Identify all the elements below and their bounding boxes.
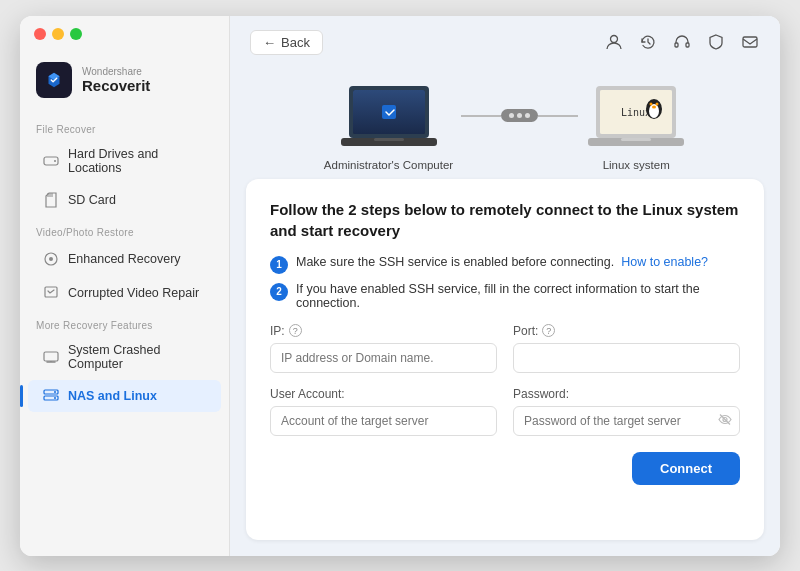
app-title: Wondershare Recoverit [82, 66, 150, 94]
enhanced-icon [42, 250, 60, 268]
svg-point-13 [54, 391, 56, 393]
app-icon [36, 62, 72, 98]
enhanced-label: Enhanced Recovery [68, 252, 181, 266]
step2-text: If you have enabled SSH service, fill in… [296, 282, 740, 310]
connection-line [461, 109, 578, 122]
user-icon[interactable] [604, 32, 624, 52]
top-bar: ← Back [230, 16, 780, 65]
password-group: Password: [513, 387, 740, 436]
dot3 [525, 113, 530, 118]
ip-label: IP: ? [270, 324, 497, 338]
port-help-icon[interactable]: ? [542, 324, 555, 337]
sidebar-item-sd-card[interactable]: SD Card [28, 184, 221, 216]
sidebar-item-nas-linux[interactable]: NAS and Linux [28, 380, 221, 412]
sidebar-item-enhanced[interactable]: Enhanced Recovery [28, 243, 221, 275]
user-input[interactable] [270, 406, 497, 436]
svg-rect-35 [621, 138, 651, 141]
file-recover-section: File Recover [20, 114, 229, 139]
password-input-wrapper [513, 406, 740, 436]
nas-linux-icon [42, 387, 60, 405]
password-input[interactable] [513, 406, 740, 436]
connect-button[interactable]: Connect [632, 452, 740, 485]
user-label: User Account: [270, 387, 497, 401]
sd-card-icon [42, 191, 60, 209]
svg-point-15 [611, 36, 618, 43]
company-name: Wondershare [82, 66, 150, 77]
svg-point-1 [54, 160, 56, 162]
back-label: Back [281, 35, 310, 50]
dot2 [517, 113, 522, 118]
minimize-button[interactable] [52, 28, 64, 40]
svg-rect-17 [686, 43, 689, 47]
password-label: Password: [513, 387, 740, 401]
how-to-enable-link[interactable]: How to enable? [621, 255, 708, 269]
user-password-row: User Account: Password: [270, 387, 740, 436]
svg-point-31 [650, 102, 653, 105]
main-content: ← Back [230, 16, 780, 556]
app-name: Recoverit [82, 77, 150, 94]
svg-rect-22 [382, 105, 396, 119]
toggle-password-icon[interactable] [718, 412, 732, 429]
traffic-lights [20, 16, 229, 44]
linux-label: Linux system [603, 159, 670, 171]
linux-computer: Linux Linux system [586, 81, 686, 171]
svg-rect-18 [743, 37, 757, 47]
ip-help-icon[interactable]: ? [289, 324, 302, 337]
video-photo-section: Video/Photo Restore [20, 217, 229, 242]
sidebar-item-corrupted[interactable]: Corrupted Video Repair [28, 277, 221, 309]
mail-icon[interactable] [740, 32, 760, 52]
port-input[interactable]: 22 [513, 343, 740, 373]
sd-card-label: SD Card [68, 193, 116, 207]
svg-rect-16 [675, 43, 678, 47]
sidebar: Wondershare Recoverit File Recover Hard … [20, 16, 230, 556]
sidebar-item-hard-drives[interactable]: Hard Drives and Locations [28, 140, 221, 182]
corrupted-icon [42, 284, 60, 302]
svg-rect-8 [44, 352, 58, 361]
port-label: Port: ? [513, 324, 740, 338]
maximize-button[interactable] [70, 28, 82, 40]
close-button[interactable] [34, 28, 46, 40]
top-icons [604, 32, 760, 52]
step1-number: 1 [270, 256, 288, 274]
user-group: User Account: [270, 387, 497, 436]
linux-laptop-icon: Linux [586, 81, 686, 151]
back-arrow-icon: ← [263, 35, 276, 50]
dot1 [509, 113, 514, 118]
admin-laptop-icon [339, 81, 439, 151]
svg-point-33 [652, 105, 656, 108]
card-title: Follow the 2 steps below to remotely con… [270, 199, 740, 241]
hard-drives-label: Hard Drives and Locations [68, 147, 207, 175]
headset-icon[interactable] [672, 32, 692, 52]
connect-row: Connect [270, 452, 740, 485]
step2-row: 2 If you have enabled SSH service, fill … [270, 282, 740, 310]
shield-icon[interactable] [706, 32, 726, 52]
step2-number: 2 [270, 283, 288, 301]
history-icon[interactable] [638, 32, 658, 52]
nas-linux-label: NAS and Linux [68, 389, 157, 403]
app-header: Wondershare Recoverit [20, 44, 229, 114]
sidebar-item-system-crashed[interactable]: System Crashed Computer [28, 336, 221, 378]
hard-drive-icon [42, 152, 60, 170]
back-button[interactable]: ← Back [250, 30, 323, 55]
svg-rect-24 [374, 138, 404, 141]
line-right [538, 115, 578, 117]
svg-point-6 [49, 257, 53, 261]
step1-text: Make sure the SSH service is enabled bef… [296, 255, 708, 269]
app-window: Wondershare Recoverit File Recover Hard … [20, 16, 780, 556]
corrupted-label: Corrupted Video Repair [68, 286, 199, 300]
port-group: Port: ? 22 [513, 324, 740, 373]
admin-computer: Administrator's Computer [324, 81, 453, 171]
svg-point-32 [656, 102, 659, 105]
step1-row: 1 Make sure the SSH service is enabled b… [270, 255, 740, 274]
connection-dots [501, 109, 538, 122]
instructions-card: Follow the 2 steps below to remotely con… [246, 179, 764, 540]
svg-point-14 [54, 397, 56, 399]
ip-group: IP: ? [270, 324, 497, 373]
more-features-section: More Recovery Features [20, 310, 229, 335]
line-left [461, 115, 501, 117]
admin-label: Administrator's Computer [324, 159, 453, 171]
connection-diagram: Administrator's Computer Li [230, 65, 780, 179]
system-crashed-label: System Crashed Computer [68, 343, 207, 371]
ip-input[interactable] [270, 343, 497, 373]
system-crashed-icon [42, 348, 60, 366]
